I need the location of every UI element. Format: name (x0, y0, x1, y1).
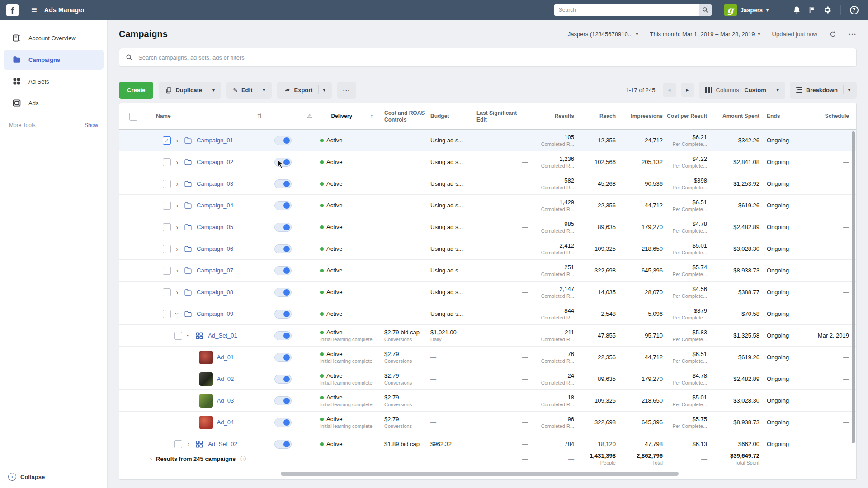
row-name-link[interactable]: Campaign_09 (197, 310, 233, 317)
row-name-link[interactable]: Campaign_02 (197, 159, 233, 165)
status-toggle[interactable] (274, 310, 292, 319)
row-checkbox[interactable] (163, 202, 171, 210)
breakdown-button[interactable]: Breakdown ▾ (790, 82, 857, 99)
table-row-ad_02[interactable]: Ad_02 Active Initial learning complete $… (119, 368, 856, 390)
expand-chevron-icon[interactable]: › (175, 288, 179, 296)
expand-chevron-icon[interactable]: › (185, 333, 193, 338)
table-row-campaign_03[interactable]: › Campaign_03 Active Using ad s (119, 173, 856, 195)
footer-expander-icon[interactable]: › (150, 455, 152, 462)
status-toggle[interactable] (274, 375, 292, 384)
notifications-bell-icon[interactable] (789, 2, 804, 18)
sidebar-item-campaigns[interactable]: Campaigns (4, 50, 104, 70)
status-toggle[interactable] (274, 158, 292, 167)
table-row-ad_01[interactable]: Ad_01 Active Initial learning complete $… (119, 347, 856, 368)
columns-button[interactable]: Columns: Custom ▾ (699, 82, 785, 99)
header-impressions[interactable]: Impressions (618, 103, 665, 129)
row-name-link[interactable]: Campaign_06 (197, 245, 233, 252)
status-toggle[interactable] (274, 396, 292, 405)
expand-chevron-icon[interactable]: › (175, 202, 179, 209)
table-row-campaign_01[interactable]: ✓ › Campaign_01 Active Us (119, 130, 856, 151)
header-budget[interactable]: Budget (430, 103, 476, 129)
header-amount-spent[interactable]: Amount Spent (710, 103, 763, 129)
help-icon[interactable]: ? (846, 2, 862, 18)
row-name-link[interactable]: Ad_01 (217, 354, 234, 361)
edit-button[interactable]: ✎ Edit ▾ (226, 82, 272, 99)
next-page-button[interactable]: ▸ (681, 83, 694, 97)
expand-chevron-icon[interactable]: › (175, 245, 179, 253)
row-name-link[interactable]: Campaign_03 (197, 180, 233, 187)
sidebar-item-ad-sets[interactable]: Ad Sets (4, 71, 104, 91)
table-row-ad_set_01[interactable]: › Ad_Set_01 Active Initial learning comp… (119, 325, 856, 347)
header-delivery[interactable]: Delivery ↑ (320, 103, 384, 129)
select-all-checkbox[interactable] (129, 113, 137, 121)
row-checkbox[interactable] (174, 440, 182, 448)
row-name-link[interactable]: Ad_Set_02 (208, 441, 237, 447)
header-cost-roas[interactable]: Cost and ROAS Controls (384, 103, 430, 129)
chevron-down-icon[interactable]: ▾ (843, 85, 850, 94)
table-row-ad_set_02[interactable]: › Ad_Set_02 Active $1.89 bid cap (119, 433, 856, 449)
header-ends[interactable]: Ends (763, 103, 803, 129)
row-name-link[interactable]: Campaign_04 (197, 202, 233, 209)
header-schedule[interactable]: Schedule (803, 103, 856, 129)
table-row-campaign_09[interactable]: › Campaign_09 Active Using ad s (119, 303, 856, 325)
vertical-scrollbar[interactable] (852, 131, 855, 443)
header-results[interactable]: Results (533, 103, 577, 129)
refresh-icon[interactable] (829, 30, 837, 38)
expand-chevron-icon[interactable]: › (186, 440, 191, 448)
status-toggle[interactable] (274, 353, 292, 362)
campaign-search-input[interactable] (138, 54, 850, 61)
date-range-selector[interactable]: This month: Mar 1, 2019 – Mar 28, 2019 ▾ (650, 31, 760, 38)
row-name-link[interactable]: Ad_03 (217, 397, 234, 404)
row-name-link[interactable]: Campaign_01 (197, 137, 233, 144)
export-button[interactable]: Export ▾ (277, 82, 332, 99)
facebook-logo-icon[interactable]: f (6, 4, 19, 16)
table-row-campaign_04[interactable]: › Campaign_04 Active Using ad s (119, 195, 856, 216)
row-name-link[interactable]: Campaign_08 (197, 289, 233, 296)
status-toggle[interactable] (274, 244, 292, 253)
hamburger-menu-icon[interactable]: ≡ (31, 4, 37, 16)
status-toggle[interactable] (274, 440, 292, 449)
info-icon[interactable]: ⓘ (240, 455, 246, 463)
chevron-down-icon[interactable]: ▾ (772, 85, 779, 94)
collapse-button[interactable]: ‹ Collapse (0, 465, 107, 488)
flag-icon[interactable] (804, 2, 820, 18)
gear-icon[interactable] (820, 2, 835, 18)
table-row-campaign_05[interactable]: › Campaign_05 Active Using ad s (119, 216, 856, 238)
row-name-link[interactable]: Ad_02 (217, 375, 234, 382)
more-options-button[interactable]: ··· (849, 30, 857, 38)
row-checkbox[interactable] (163, 180, 171, 188)
table-row-ad_03[interactable]: Ad_03 Active Initial learning complete $… (119, 390, 856, 412)
status-toggle[interactable] (274, 223, 292, 232)
duplicate-button[interactable]: Duplicate ▾ (159, 82, 221, 99)
status-toggle[interactable] (274, 136, 292, 145)
table-row-ad_04[interactable]: Ad_04 Active Initial learning complete $… (119, 412, 856, 433)
user-menu[interactable]: g Jaspers ▾ (724, 4, 769, 16)
row-checkbox[interactable] (163, 288, 171, 296)
header-last-significant-edit[interactable]: Last Significant Edit (476, 103, 533, 129)
row-name-link[interactable]: Ad_04 (217, 419, 234, 426)
expand-chevron-icon[interactable]: › (174, 312, 181, 316)
chevron-down-icon[interactable]: ▾ (318, 85, 326, 94)
row-checkbox[interactable]: ✓ (163, 136, 171, 145)
table-row-campaign_06[interactable]: › Campaign_06 Active Using ad s (119, 238, 856, 260)
sidebar-item-account-overview[interactable]: Account Overview (4, 28, 104, 48)
horizontal-scrollbar[interactable] (281, 472, 679, 476)
chevron-down-icon[interactable]: ▾ (258, 85, 265, 94)
expand-chevron-icon[interactable]: › (175, 267, 179, 274)
status-toggle[interactable] (274, 288, 292, 297)
expand-chevron-icon[interactable]: › (175, 223, 179, 231)
more-actions-button[interactable]: ··· (337, 82, 356, 99)
sidebar-item-ads[interactable]: Ads (4, 93, 104, 113)
table-row-campaign_08[interactable]: › Campaign_08 Active Using ad s (119, 282, 856, 303)
table-row-campaign_07[interactable]: › Campaign_07 Active Using ad s (119, 260, 856, 282)
status-toggle[interactable] (274, 418, 292, 427)
expand-chevron-icon[interactable]: › (175, 180, 179, 188)
chevron-down-icon[interactable]: ▾ (208, 85, 215, 94)
row-name-link[interactable]: Campaign_07 (197, 267, 233, 274)
status-toggle[interactable] (274, 179, 292, 188)
show-link[interactable]: Show (85, 122, 98, 128)
status-toggle[interactable] (274, 266, 292, 275)
expand-chevron-icon[interactable]: › (175, 158, 179, 166)
row-checkbox[interactable] (163, 310, 171, 318)
row-checkbox[interactable] (163, 223, 171, 231)
